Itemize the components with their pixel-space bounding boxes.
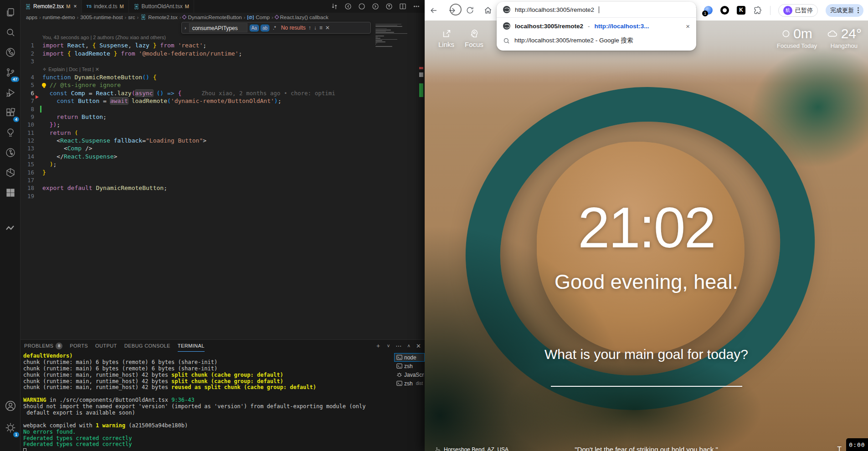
breadcrumb-item[interactable]: [@]Comp [247,15,269,20]
url-bar[interactable]: http://localhost:3005/remote2 [497,2,696,17]
symbol-field-icon: [@] [247,15,254,20]
git-graph-icon[interactable] [0,144,21,161]
find-prev-icon[interactable]: ↑ [308,25,311,31]
links-button[interactable]: Links [438,29,454,48]
terminal-session-zsh[interactable]: zshdist [394,379,425,388]
terminal-dropdown-icon[interactable]: ˅ [387,343,390,348]
code-line-14: 14 </React.Suspense> [21,153,425,160]
terminal-session-javascript-[interactable]: JavaScript… [394,370,425,379]
codelens-actions[interactable]: ✧Explain | Doc | Test | ✕ [21,66,425,73]
extensions-icon[interactable]: 4 [0,104,21,121]
tab-index-d-ts[interactable]: TSindex.d.tsM [82,0,129,13]
terminal-output[interactable]: defaultVendors)chunk (runtime: main) 6 b… [23,353,393,451]
find-in-selection-icon[interactable]: ≡ [319,25,323,31]
profile-paused-button[interactable]: 航 已暂停 [778,4,818,17]
breadcrumb-item[interactable]: apps [26,15,37,20]
extension-icons: 1 K 航 已暂停 完成更新 [688,4,863,17]
code-editor[interactable]: You, 43 seconds ago | 2 authors (Zhou xi… [21,21,425,339]
reload-icon[interactable] [466,6,474,15]
whole-word-button[interactable]: ab [261,25,269,31]
omnibox-popup: http://localhost:3005/remote2 localhost:… [497,2,696,51]
extensions-puzzle-icon[interactable] [753,6,762,15]
globe-icon [503,22,510,30]
breadcrumb-item[interactable]: Remote2.tsx [140,14,178,20]
accounts-icon[interactable] [0,397,21,415]
run-debug-icon[interactable] [0,84,21,101]
panel-tab-terminal[interactable]: TERMINAL [178,340,205,352]
search-icon[interactable] [0,24,21,41]
browser-menu-icon[interactable] [858,7,859,13]
testing-tree-icon[interactable] [0,124,21,141]
find-status: No results [281,25,306,31]
settings-gear-icon[interactable]: 1 [0,419,21,436]
code-line-1: 1import React, { Suspense, lazy } from '… [21,41,425,49]
new-tab-page: Links Focus 0m Focused Today 24° Hangzho… [425,20,868,451]
panel-close-icon[interactable]: ✕ [416,343,421,349]
translate-extension-icon[interactable]: 1 [704,6,713,15]
breadcrumb-item[interactable]: runtime-demo [43,15,75,20]
new-terminal-icon[interactable]: ＋ [375,342,381,350]
terminal-session-node[interactable]: node [394,353,425,362]
breadcrumb-item[interactable]: src [128,15,135,20]
k-extension-icon[interactable]: K [737,6,745,15]
wave-extension-icon[interactable] [0,220,21,237]
navigate-forward-icon[interactable] [372,3,379,10]
tab-remote2-tsx[interactable]: Remote2.tsxM× [21,0,82,13]
breadcrumb[interactable]: apps›runtime-demo›3005-runtime-host›src›… [21,13,425,21]
vscode-window: 47 4 1 Remote2.tsxM×TSindex.d.tsMButtonO… [0,0,425,451]
finish-update-button[interactable]: 完成更新 [826,4,863,17]
gitlens-icon[interactable] [0,44,21,61]
terminal-session-zsh[interactable]: zsh [394,362,425,370]
find-next-icon[interactable]: ↓ [314,25,317,31]
react-file-icon [25,4,31,10]
breadcrumb-item[interactable]: 3005-runtime-host [80,15,123,20]
find-expand-chevron[interactable]: › [185,25,186,31]
source-control-icon[interactable]: 47 [0,64,21,81]
breadcrumb-item[interactable]: DynamicRemoteButton [183,15,241,20]
code-line-3: 3 [21,57,425,65]
ruler-mark-gray [419,72,423,77]
minimap[interactable] [375,24,416,48]
terminal-cursor [23,448,26,451]
breadcrumb-item[interactable]: React.lazy() callback [275,15,329,20]
panel-tab-output[interactable]: OUTPUT [95,340,117,352]
tab-buttonoldant-tsx[interactable]: ButtonOldAnt.tsxM [129,0,194,13]
goal-input[interactable] [551,386,742,387]
tab-close-icon[interactable]: × [74,3,77,10]
circle-icon[interactable] [358,3,365,10]
code-line-17: 17 [21,176,425,184]
ring-extension-icon[interactable] [720,6,729,15]
clock: 21:02 [425,199,868,256]
compare-changes-icon[interactable] [331,3,338,10]
suggestion-remove-icon[interactable]: × [686,22,690,30]
panel-header: PROBLEMS8PORTSOUTPUTDEBUG CONSOLETERMINA… [21,340,425,352]
regex-button[interactable]: .* [272,25,277,31]
finish-update-label: 完成更新 [830,6,854,15]
panel-maximize-icon[interactable]: ˄ [407,343,410,348]
panel-more-icon[interactable]: ⋯ [395,343,401,349]
suggestion-google-search[interactable]: http://localhost:3005/remote2 - Google 搜… [497,33,696,48]
settings-badge: 1 [13,432,19,437]
find-close-icon[interactable]: ✕ [325,25,330,31]
cube-icon[interactable] [0,164,21,181]
explorer-icon[interactable] [0,4,21,21]
split-editor-icon[interactable] [399,3,406,10]
focus-button[interactable]: Focus [465,29,483,48]
weather-widget[interactable]: 24° Hangzhou [827,26,862,49]
gutter-marker-icon [36,95,39,99]
more-actions-icon[interactable] [413,3,420,10]
panel-tab-ports[interactable]: PORTS [70,340,88,352]
panel-tab-debug-console[interactable]: DEBUG CONSOLE [124,340,170,352]
url-text[interactable]: http://localhost:3005/remote2 [515,6,594,13]
panel-tab-problems[interactable]: PROBLEMS8 [24,340,62,352]
match-case-button[interactable]: Aa [250,25,258,31]
suggestion-visit-url[interactable]: localhost:3005/remote2-http://localhost:… [497,19,696,33]
code-line-18: 18export default DynamicRemoteButton; [21,184,425,192]
git-graph-action-icon[interactable] [385,3,393,10]
grid-icon[interactable] [0,184,21,201]
back-icon[interactable] [429,6,438,15]
focus-stat-widget[interactable]: 0m Focused Today [777,26,817,49]
home-icon[interactable] [483,6,493,15]
navigate-back-icon[interactable] [344,3,352,10]
find-input[interactable]: consumeAPITypes [189,23,247,32]
